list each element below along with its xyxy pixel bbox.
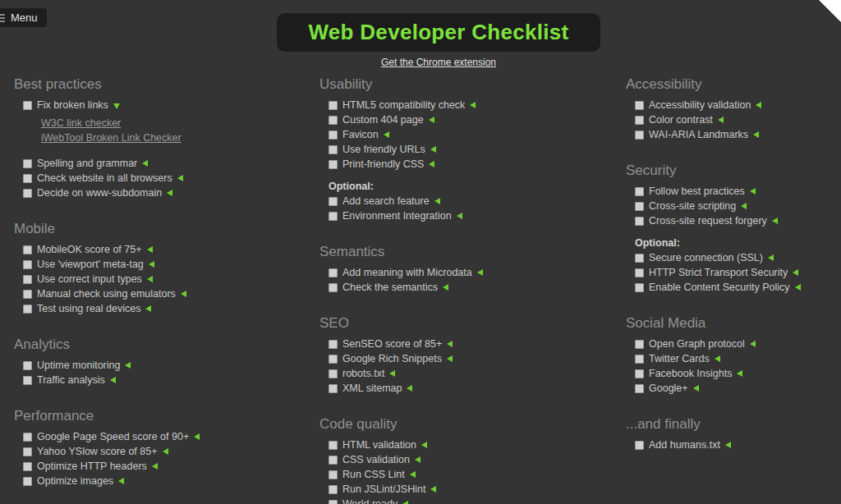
triangle-left-icon[interactable] bbox=[718, 117, 724, 123]
item-checkbox[interactable] bbox=[329, 268, 338, 277]
item-label[interactable]: Uptime monitoring bbox=[37, 360, 120, 371]
item-checkbox[interactable] bbox=[329, 340, 338, 349]
item-checkbox[interactable] bbox=[329, 283, 338, 292]
item-checkbox[interactable] bbox=[329, 470, 338, 479]
resource-link[interactable]: iWebTool Broken Link Checker bbox=[41, 131, 319, 145]
item-label[interactable]: Custom 404 page bbox=[342, 114, 424, 126]
item-label[interactable]: World ready bbox=[342, 498, 398, 504]
item-label[interactable]: Use friendly URLs bbox=[342, 144, 425, 155]
item-checkbox[interactable] bbox=[635, 101, 644, 110]
triangle-left-icon[interactable] bbox=[389, 370, 395, 377]
item-label[interactable]: Add search feature bbox=[342, 195, 430, 207]
item-label[interactable]: HTML5 compatibility check bbox=[342, 99, 465, 111]
item-checkbox[interactable] bbox=[329, 456, 338, 465]
item-label[interactable]: Yahoo YSlow score of 85+ bbox=[37, 446, 158, 457]
item-checkbox[interactable] bbox=[23, 305, 32, 314]
item-checkbox[interactable] bbox=[23, 189, 32, 198]
item-checkbox[interactable] bbox=[23, 462, 32, 471]
triangle-left-icon[interactable] bbox=[768, 254, 774, 261]
item-checkbox[interactable] bbox=[329, 384, 338, 393]
triangle-left-icon[interactable] bbox=[447, 355, 453, 362]
triangle-left-icon[interactable] bbox=[443, 284, 448, 291]
triangle-left-icon[interactable] bbox=[753, 131, 759, 138]
item-checkbox[interactable] bbox=[635, 268, 644, 277]
item-label[interactable]: Check the semantics bbox=[342, 282, 438, 293]
item-checkbox[interactable] bbox=[329, 145, 338, 154]
item-label[interactable]: HTML validation bbox=[342, 439, 416, 451]
triangle-left-icon[interactable] bbox=[430, 146, 436, 153]
item-checkbox[interactable] bbox=[635, 441, 644, 450]
item-checkbox[interactable] bbox=[635, 116, 644, 125]
item-checkbox[interactable] bbox=[23, 477, 32, 486]
triangle-left-icon[interactable] bbox=[163, 448, 168, 455]
triangle-down-icon[interactable] bbox=[113, 103, 120, 109]
item-checkbox[interactable] bbox=[23, 159, 32, 168]
item-label[interactable]: SenSEO score of 85+ bbox=[342, 338, 442, 350]
triangle-left-icon[interactable] bbox=[407, 385, 412, 392]
item-label[interactable]: Use 'viewport' meta-tag bbox=[37, 259, 144, 270]
item-label[interactable]: Decide on www-subdomain bbox=[37, 187, 162, 199]
triangle-left-icon[interactable] bbox=[194, 433, 200, 440]
item-label[interactable]: CSS validation bbox=[342, 454, 410, 465]
triangle-left-icon[interactable] bbox=[434, 198, 440, 204]
item-label[interactable]: Add humans.txt bbox=[649, 439, 720, 451]
item-label[interactable]: Color contrast bbox=[649, 114, 713, 126]
triangle-left-icon[interactable] bbox=[415, 456, 420, 463]
triangle-left-icon[interactable] bbox=[181, 291, 186, 297]
chrome-extension-link[interactable]: Get the Chrome extension bbox=[381, 57, 496, 68]
item-label[interactable]: WAI-ARIA Landmarks bbox=[649, 129, 748, 140]
item-checkbox[interactable] bbox=[635, 340, 644, 349]
item-checkbox[interactable] bbox=[329, 485, 338, 494]
triangle-left-icon[interactable] bbox=[477, 269, 483, 276]
item-label[interactable]: Google Rich Snippets bbox=[342, 353, 442, 364]
item-checkbox[interactable] bbox=[329, 160, 338, 169]
item-label[interactable]: Fix broken links bbox=[37, 99, 108, 111]
triangle-left-icon[interactable] bbox=[793, 269, 798, 276]
item-checkbox[interactable] bbox=[329, 212, 338, 221]
triangle-left-icon[interactable] bbox=[118, 478, 124, 484]
triangle-left-icon[interactable] bbox=[167, 190, 172, 196]
item-checkbox[interactable] bbox=[635, 283, 644, 292]
item-checkbox[interactable] bbox=[635, 202, 644, 211]
item-checkbox[interactable] bbox=[329, 441, 338, 450]
item-label[interactable]: Twitter Cards bbox=[649, 353, 710, 364]
triangle-left-icon[interactable] bbox=[429, 117, 434, 123]
item-checkbox[interactable] bbox=[635, 254, 644, 263]
item-checkbox[interactable] bbox=[23, 433, 32, 442]
triangle-left-icon[interactable] bbox=[750, 341, 756, 347]
item-checkbox[interactable] bbox=[23, 290, 32, 299]
triangle-left-icon[interactable] bbox=[110, 377, 116, 383]
triangle-left-icon[interactable] bbox=[145, 305, 151, 312]
triangle-left-icon[interactable] bbox=[470, 102, 476, 108]
item-label[interactable]: Add meaning with Microdata bbox=[342, 267, 472, 278]
triangle-left-icon[interactable] bbox=[715, 355, 720, 362]
item-label[interactable]: Use correct input types bbox=[37, 273, 142, 285]
item-checkbox[interactable] bbox=[329, 131, 338, 140]
item-label[interactable]: Accessibility validation bbox=[649, 99, 751, 111]
triangle-left-icon[interactable] bbox=[457, 213, 462, 219]
item-label[interactable]: Google+ bbox=[649, 383, 688, 394]
item-label[interactable]: HTTP Strict Transport Security bbox=[649, 267, 788, 278]
item-checkbox[interactable] bbox=[23, 245, 32, 254]
triangle-left-icon[interactable] bbox=[772, 218, 778, 224]
triangle-left-icon[interactable] bbox=[147, 246, 153, 253]
item-label[interactable]: Environment Integration bbox=[342, 210, 452, 222]
item-checkbox[interactable] bbox=[635, 131, 644, 140]
item-checkbox[interactable] bbox=[635, 384, 644, 393]
item-label[interactable]: Facebook Insights bbox=[649, 368, 732, 379]
item-label[interactable]: robots.txt bbox=[342, 368, 384, 379]
triangle-left-icon[interactable] bbox=[737, 370, 742, 377]
triangle-left-icon[interactable] bbox=[125, 362, 131, 369]
triangle-left-icon[interactable] bbox=[142, 160, 148, 167]
item-checkbox[interactable] bbox=[23, 260, 32, 269]
item-checkbox[interactable] bbox=[329, 101, 338, 110]
triangle-left-icon[interactable] bbox=[177, 175, 183, 181]
item-label[interactable]: Favicon bbox=[342, 129, 379, 140]
triangle-left-icon[interactable] bbox=[149, 261, 154, 268]
item-checkbox[interactable] bbox=[635, 355, 644, 364]
item-label[interactable]: Print-friendly CSS bbox=[342, 158, 424, 170]
item-checkbox[interactable] bbox=[23, 447, 32, 456]
item-checkbox[interactable] bbox=[329, 116, 338, 125]
triangle-left-icon[interactable] bbox=[152, 463, 158, 470]
item-checkbox[interactable] bbox=[635, 217, 644, 226]
